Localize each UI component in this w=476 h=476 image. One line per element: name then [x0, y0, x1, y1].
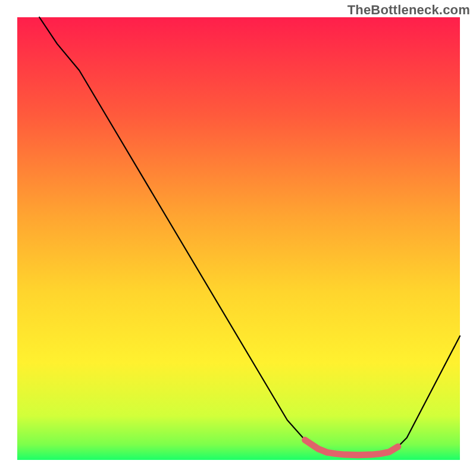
plot-area	[17, 17, 460, 460]
chart-stage: { "watermark": { "text": "TheBottleneck.…	[0, 0, 476, 476]
watermark-label: TheBottleneck.com	[347, 2, 470, 18]
chart-svg	[0, 0, 476, 476]
